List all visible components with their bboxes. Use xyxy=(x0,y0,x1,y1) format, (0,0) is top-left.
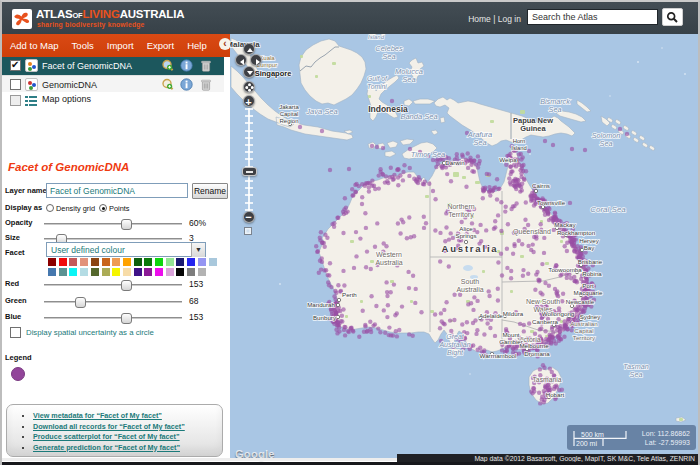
menu-item-help[interactable]: Help xyxy=(179,34,207,51)
zoom-extent-icon[interactable] xyxy=(244,227,252,235)
palette-swatch[interactable] xyxy=(144,268,152,276)
palette-swatch[interactable] xyxy=(123,258,131,266)
zoom-slider-handle[interactable] xyxy=(242,167,257,176)
search-input[interactable] xyxy=(527,9,658,25)
opacity-slider-handle[interactable] xyxy=(121,219,132,230)
palette-swatch[interactable] xyxy=(209,258,217,266)
palette-swatch[interactable] xyxy=(69,268,77,276)
layer-links-panel: View metadata for “Facet of My facet”Dow… xyxy=(6,404,223,457)
palette-swatch[interactable] xyxy=(187,258,195,266)
layer-info-icon[interactable] xyxy=(180,59,194,72)
zoom-tick xyxy=(245,194,253,196)
palette-swatch[interactable] xyxy=(80,268,88,276)
green-slider[interactable] xyxy=(44,301,182,304)
map-label: Capital xyxy=(280,111,299,117)
palette-swatch[interactable] xyxy=(134,258,142,266)
palette-swatch[interactable] xyxy=(48,258,56,266)
palette-swatch[interactable] xyxy=(155,258,163,266)
map-options-row[interactable]: Map options xyxy=(2,92,224,108)
layer-action-link[interactable]: View metadata for “Facet of My facet” xyxy=(33,411,162,420)
zoom-to-layer-icon[interactable] xyxy=(161,59,175,72)
palette-swatch[interactable] xyxy=(48,268,56,276)
palette-swatch[interactable] xyxy=(198,258,206,266)
zoom-slider-track[interactable] xyxy=(248,108,250,213)
palette-swatch[interactable] xyxy=(59,258,67,266)
layer-delete-icon[interactable] xyxy=(200,78,214,91)
reset-view-button[interactable] xyxy=(243,81,255,93)
login-link[interactable]: Log in xyxy=(498,14,521,24)
points-radio[interactable] xyxy=(99,204,107,212)
zoom-tick xyxy=(245,130,253,132)
home-link[interactable]: Home xyxy=(468,14,491,24)
layer-label: Facet of GenomicDNA xyxy=(42,61,132,71)
palette-swatch[interactable] xyxy=(69,258,77,266)
menu-item-import[interactable]: Import xyxy=(99,34,134,51)
palette-swatch[interactable] xyxy=(59,268,67,276)
palette-swatch[interactable] xyxy=(102,268,110,276)
layer-link-item: Download all records for “Facet of My fa… xyxy=(33,423,222,431)
layer-info-icon[interactable] xyxy=(180,78,194,91)
map-label: Rockhampton xyxy=(557,229,596,236)
search-button[interactable] xyxy=(662,8,683,26)
map-canvas[interactable]: IslandCelebesSeaMoluccaSeaGulf ofTominiJ… xyxy=(230,34,698,458)
layer-action-link[interactable]: Generate prediction for “Facet of My fac… xyxy=(33,443,180,452)
palette-swatch[interactable] xyxy=(102,258,110,266)
palette-swatch[interactable] xyxy=(112,258,120,266)
layer-name-input[interactable] xyxy=(46,183,188,198)
menu-item-tools[interactable]: Tools xyxy=(64,34,94,51)
pan-left-button[interactable] xyxy=(235,54,247,66)
menu-item-export[interactable]: Export xyxy=(139,34,174,51)
pan-up-button[interactable] xyxy=(243,43,255,55)
red-label: Red xyxy=(5,279,19,288)
palette-swatch[interactable] xyxy=(91,268,99,276)
blue-slider[interactable] xyxy=(44,317,182,320)
facet-select-arrow-icon[interactable]: ▼ xyxy=(191,243,205,257)
layer-action-link[interactable]: Download all records for “Facet of My fa… xyxy=(33,422,185,431)
zoom-to-layer-icon[interactable] xyxy=(161,78,175,91)
list-line xyxy=(29,100,37,102)
list-bullet xyxy=(25,104,28,106)
size-slider[interactable] xyxy=(44,238,182,241)
zoom-tick xyxy=(245,115,253,117)
map-label: Singapore xyxy=(255,69,292,78)
map-label: Darwin xyxy=(445,159,465,166)
red-slider-handle[interactable] xyxy=(121,280,132,291)
palette-swatch[interactable] xyxy=(187,268,195,276)
palette-swatch[interactable] xyxy=(144,258,152,266)
palette-swatch[interactable] xyxy=(198,268,206,276)
palette-swatch[interactable] xyxy=(166,268,174,276)
uncertainty-checkbox[interactable] xyxy=(10,327,21,338)
map-label: Territory xyxy=(448,211,474,219)
palette-swatch[interactable] xyxy=(176,258,184,266)
palette-swatch[interactable] xyxy=(123,268,131,276)
menu-item-add-to-map[interactable]: Add to Map xyxy=(2,34,59,51)
green-slider-handle[interactable] xyxy=(75,297,86,308)
palette-swatch[interactable] xyxy=(80,258,88,266)
facet-select[interactable]: User defined colour ▼ xyxy=(46,242,206,257)
layer-action-link[interactable]: Produce scatterplot for “Facet of My fac… xyxy=(33,432,180,441)
map-options-checkbox[interactable] xyxy=(10,95,21,106)
palette-swatch[interactable] xyxy=(112,268,120,276)
rename-button[interactable]: Rename xyxy=(192,183,228,199)
palette-swatch[interactable] xyxy=(91,258,99,266)
blue-slider-handle[interactable] xyxy=(121,313,132,324)
zoom-in-button[interactable]: + xyxy=(243,95,255,107)
pan-down-button[interactable] xyxy=(243,66,255,78)
palette-swatch[interactable] xyxy=(155,268,163,276)
zoom-out-button[interactable]: − xyxy=(243,211,255,223)
red-slider[interactable] xyxy=(44,284,182,287)
layer-row-facet[interactable]: Facet of GenomicDNA xyxy=(2,57,224,75)
layer-checkbox-genomicdna[interactable] xyxy=(10,79,21,90)
layer-checkbox-facet[interactable] xyxy=(10,60,21,71)
palette-swatch[interactable] xyxy=(134,268,142,276)
layer-delete-icon[interactable] xyxy=(200,59,214,72)
palette-swatch[interactable] xyxy=(176,268,184,276)
ala-logo[interactable] xyxy=(12,9,32,29)
header-links: Home | Log in xyxy=(422,14,521,24)
opacity-slider[interactable] xyxy=(44,223,182,226)
pan-right-button[interactable] xyxy=(250,54,262,66)
zoom-tick xyxy=(245,122,253,124)
layer-row-genomicdna[interactable]: GenomicDNA xyxy=(2,75,224,92)
palette-swatch[interactable] xyxy=(166,258,174,266)
density-grid-radio[interactable] xyxy=(46,204,54,212)
